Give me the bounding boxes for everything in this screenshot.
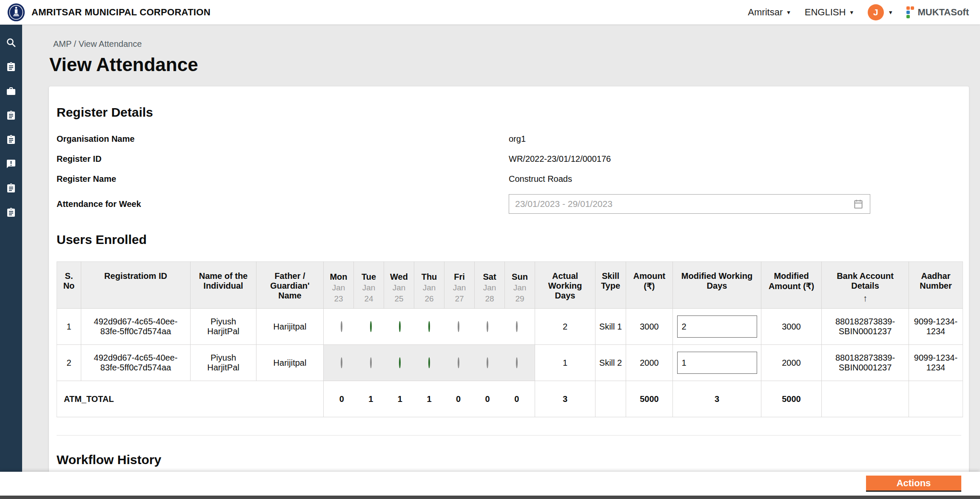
cell-father-guardian: Harijitpal (256, 309, 324, 345)
estimates-clipboard-icon[interactable] (6, 183, 16, 193)
cell-sno: 1 (57, 309, 81, 345)
brand-name: MUKTASoft (917, 7, 969, 18)
cell-aadhar-number: 9099-1234-1234 (909, 309, 963, 345)
attendance-radio-sat[interactable] (487, 321, 488, 332)
modified-days-input[interactable] (677, 352, 757, 374)
cell-bank-account-details: 880182873839-SBIN0001237 (822, 309, 909, 345)
table-header-row: S. NoRegistratiom IDName of the Individu… (57, 262, 963, 309)
cell-modified-amount: 2000 (761, 345, 822, 381)
attendance-radio-mon[interactable] (341, 357, 342, 368)
chevron-down-icon: ▾ (850, 9, 853, 16)
org-name-row: Organisation Name org1 (57, 134, 961, 144)
works-briefcase-icon[interactable] (6, 86, 16, 96)
week-date-range-input[interactable] (515, 199, 853, 209)
total-actual-working-days: 3 (535, 381, 595, 417)
total-bank-account-details (822, 381, 909, 417)
table-row: 1492d9d67-4c65-40ee-83fe-5ff0c7d574aaPiy… (57, 309, 963, 345)
main-content: AMP / View Attendance View Attendance Re… (22, 25, 980, 473)
cell-bank-account-details: 880182873839-SBIN0001237 (822, 345, 909, 381)
total-day-mon: 0 (327, 394, 356, 404)
attendance-day-group (324, 345, 535, 381)
table-row: 2492d9d67-4c65-40ee-83fe-5ff0c7d574aaPiy… (57, 345, 963, 381)
register-details-heading: Register Details (57, 105, 961, 120)
attendance-radio-tue[interactable] (370, 357, 372, 368)
col-day-thu: ThuJan26 (414, 262, 444, 309)
attendance-radio-mon[interactable] (341, 321, 342, 332)
reports-clipboard-icon[interactable] (6, 207, 16, 218)
chevron-down-icon: ▾ (889, 9, 892, 16)
col-skill-type: Skill Type (595, 262, 626, 309)
total-day-thu: 1 (415, 394, 444, 404)
col-bank-account-details[interactable]: Bank Account Details↑ (822, 262, 909, 309)
breadcrumb-separator: / (74, 39, 79, 49)
col-amount: Amount (₹) (626, 262, 673, 309)
register-name-row: Register Name Construct Roads (57, 174, 961, 184)
col-sno: S. No (57, 262, 81, 309)
avatar[interactable]: J (868, 4, 884, 20)
calendar-icon[interactable] (853, 198, 864, 209)
language-selector-label: ENGLISH (805, 7, 846, 18)
modified-days-input[interactable] (677, 315, 757, 338)
muktasoft-brand: MUKTASoft (906, 6, 969, 18)
attendance-radio-sun[interactable] (516, 357, 518, 368)
col-day-wed: WedJan25 (384, 262, 414, 309)
attendance-radio-fri[interactable] (458, 357, 459, 368)
col-day-tue: TueJan24 (354, 262, 384, 309)
total-day-totals: 0111000 (324, 381, 535, 417)
attendance-radio-thu[interactable] (428, 357, 430, 368)
city-selector[interactable]: Amritsar ▾ (748, 7, 790, 18)
attendance-radio-tue[interactable] (370, 321, 372, 332)
register-clipboard-icon[interactable] (6, 62, 16, 72)
attendance-radio-wed[interactable] (399, 321, 401, 332)
attendance-radio-sun[interactable] (516, 321, 518, 332)
register-name-value: Construct Roads (509, 174, 961, 184)
total-day-tue: 1 (356, 394, 386, 404)
chevron-down-icon: ▾ (787, 9, 790, 16)
register-name-label: Register Name (57, 174, 509, 184)
topbar: AMRITSAR MUNICIPAL CORPORATION Amritsar … (0, 0, 980, 25)
org-name-value: org1 (509, 134, 961, 144)
register-id-label: Register ID (57, 154, 509, 164)
breadcrumb-root[interactable]: AMP (53, 39, 71, 49)
total-modified-amount: 5000 (761, 381, 822, 417)
cell-amount: 3000 (626, 309, 673, 345)
col-day-sat: SatJan28 (475, 262, 505, 309)
col-aadhar-number: Aadhar Number (909, 262, 963, 309)
search-icon[interactable] (6, 37, 16, 48)
muster-roll-clipboard-icon[interactable] (6, 135, 16, 145)
attendance-card: Register Details Organisation Name org1 … (49, 86, 969, 499)
cell-skill-type: Skill 1 (595, 309, 626, 345)
cell-modified-amount: 3000 (761, 309, 822, 345)
attendance-radio-fri[interactable] (458, 321, 459, 332)
cell-skill-type: Skill 2 (595, 345, 626, 381)
actions-button[interactable]: Actions (866, 476, 961, 492)
col-day-fri: FriJan27 (444, 262, 475, 309)
sort-asc-icon[interactable]: ↑ (825, 293, 905, 304)
col-day-mon: MonJan23 (324, 262, 354, 309)
total-aadhar-number (909, 381, 963, 417)
attendance-radio-wed[interactable] (399, 357, 401, 368)
breadcrumb-current: View Attendance (79, 39, 142, 49)
col-modified-amount: Modified Amount (₹) (761, 262, 822, 309)
municipal-emblem-logo (7, 3, 26, 22)
breadcrumb: AMP / View Attendance (53, 39, 980, 49)
attendance-day-group (324, 309, 535, 345)
total-skill-type (595, 381, 626, 417)
attendance-radio-thu[interactable] (428, 321, 430, 332)
complaints-chat-icon[interactable] (6, 159, 16, 169)
register-id-row: Register ID WR/2022-23/01/12/000176 (57, 154, 961, 164)
register-id-value: WR/2022-23/01/12/000176 (509, 154, 961, 164)
attendance-week-label: Attendance for Week (57, 199, 509, 209)
user-menu[interactable]: J ▾ (868, 4, 892, 20)
muktasoft-logo-icon (906, 6, 914, 18)
cell-sno: 2 (57, 345, 81, 381)
total-amount: 5000 (626, 381, 673, 417)
total-day-wed: 1 (385, 394, 415, 404)
section-divider (57, 435, 961, 436)
total-day-sun: 0 (502, 394, 531, 404)
language-selector[interactable]: ENGLISH ▾ (805, 7, 853, 18)
attendance-radio-sat[interactable] (487, 357, 488, 368)
attendance-clipboard-icon[interactable] (6, 110, 16, 120)
total-day-fri: 0 (444, 394, 473, 404)
week-date-range-picker[interactable] (509, 194, 870, 214)
